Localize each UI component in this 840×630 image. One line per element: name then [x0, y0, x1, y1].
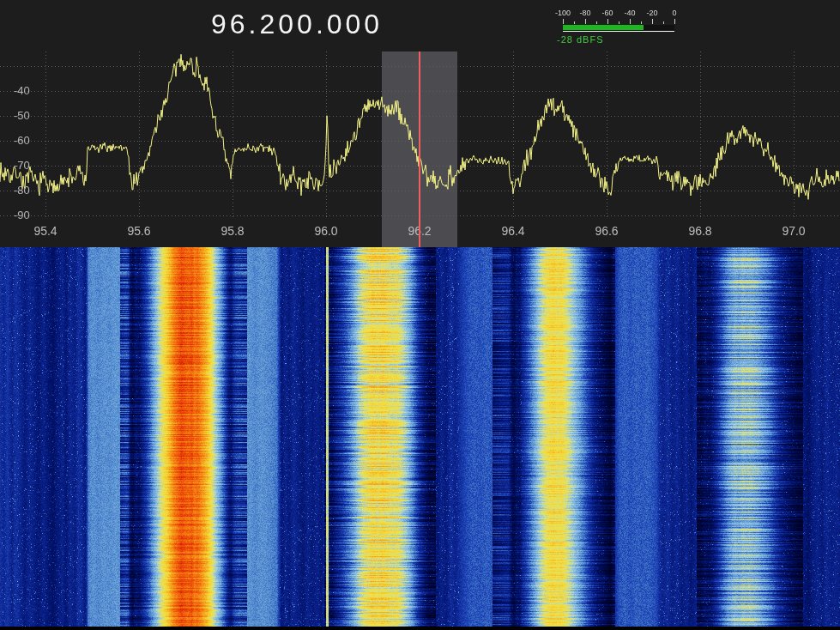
smeter-tick	[674, 19, 675, 24]
smeter-bar	[563, 25, 644, 30]
smeter-tick	[630, 19, 631, 24]
smeter-scale-label: -20	[646, 9, 657, 17]
smeter-tick	[607, 19, 608, 24]
smeter-tick	[574, 21, 575, 24]
frequency-display[interactable]: 96.200.000	[211, 9, 383, 40]
bottom-border	[0, 627, 840, 630]
smeter-tick	[663, 21, 664, 24]
smeter-tick	[641, 21, 642, 24]
signal-strength-meter: -28 dBFS -100-80-60-40-200	[555, 9, 676, 48]
smeter-track	[563, 25, 674, 30]
waterfall-display[interactable]	[0, 247, 840, 627]
smeter-value: -28 dBFS	[557, 34, 603, 45]
sdr-application-window: -40-50-60-70-80-9095.495.695.896.096.296…	[0, 0, 840, 630]
smeter-tick	[596, 21, 597, 24]
tuning-line[interactable]	[419, 51, 420, 247]
smeter-tick	[652, 19, 653, 24]
smeter-scale-label: -40	[624, 9, 635, 17]
smeter-tick	[619, 21, 619, 24]
smeter-scale-label: -60	[601, 9, 613, 17]
spectrum-panel: -40-50-60-70-80-9095.495.695.896.096.296…	[0, 0, 840, 247]
smeter-tick	[563, 19, 564, 24]
smeter-tick	[585, 19, 586, 24]
smeter-scale-label: 0	[672, 9, 676, 17]
smeter-scale-label: -80	[579, 9, 590, 17]
smeter-scale-label: -100	[555, 9, 571, 17]
smeter-baseline	[563, 31, 674, 32]
